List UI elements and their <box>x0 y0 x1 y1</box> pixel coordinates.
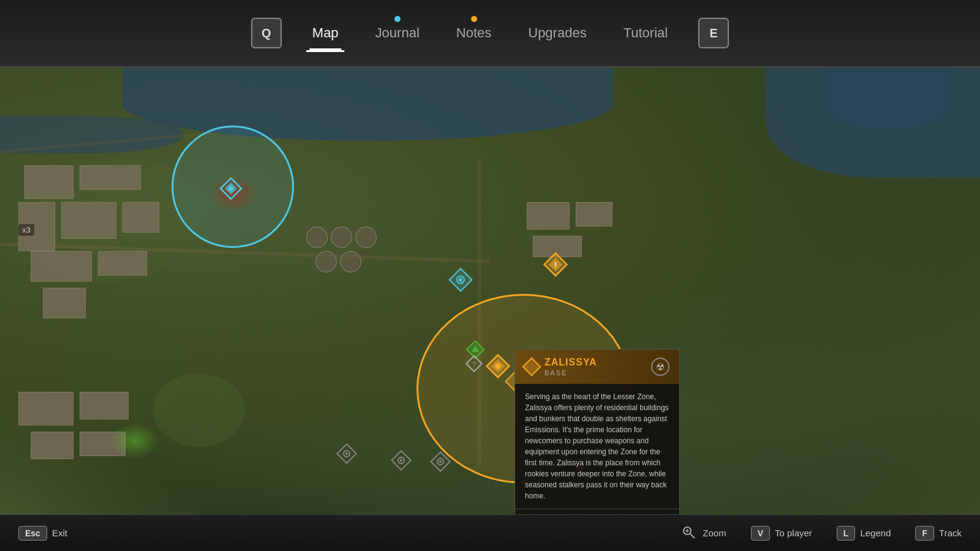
svg-point-26 <box>439 460 442 463</box>
radiation-icon: ☢ <box>651 358 669 376</box>
location-popup: ZALISSYA BASE ☢ Serving as the heart of … <box>514 349 680 514</box>
cyan-location-marker[interactable] <box>447 266 474 293</box>
to-player-button[interactable]: V To player <box>751 526 812 541</box>
counter-badge: x3 <box>18 224 34 236</box>
terrain-3 <box>153 373 245 447</box>
map-area[interactable]: x3 ! <box>0 67 980 514</box>
top-navigation-bar: Q Map Journal Notes Upgrades Tutorial E <box>0 0 980 67</box>
zoom-label: Zoom <box>703 528 726 538</box>
orange-warning-diamond[interactable]: ! <box>542 251 569 278</box>
q-key-button[interactable]: Q <box>251 18 282 48</box>
esc-key[interactable]: Esc <box>18 526 47 541</box>
nav-tabs: Q Map Journal Notes Upgrades Tutorial E <box>239 18 741 48</box>
svg-point-2 <box>228 186 233 191</box>
small-location-2[interactable] <box>390 449 413 472</box>
track-button[interactable]: F Track <box>915 526 962 541</box>
zoom-icon <box>680 525 698 542</box>
v-key[interactable]: V <box>751 526 770 541</box>
popup-header: ZALISSYA BASE ☢ <box>515 350 679 384</box>
building-cluster-tl <box>18 165 165 324</box>
gray-diamond-icon[interactable]: ? <box>464 354 484 373</box>
tab-journal[interactable]: Journal <box>357 19 438 47</box>
exit-button[interactable]: Esc Exit <box>18 526 67 541</box>
svg-line-43 <box>690 534 695 538</box>
svg-point-5 <box>459 278 462 282</box>
track-label: Track <box>939 528 962 538</box>
svg-text:?: ? <box>472 361 476 368</box>
green-glow <box>110 422 159 459</box>
l-key[interactable]: L <box>837 526 856 541</box>
tab-upgrades[interactable]: Upgrades <box>510 19 605 47</box>
bottom-bar: Esc Exit Zoom V To player L Legend F Tra… <box>0 514 980 551</box>
exit-label: Exit <box>52 528 67 538</box>
legend-label: Legend <box>860 528 891 538</box>
svg-point-23 <box>400 459 402 462</box>
map-background: x3 ! <box>0 67 980 514</box>
small-location-1[interactable] <box>335 442 358 465</box>
popup-location-title: ZALISSYA <box>545 357 597 368</box>
f-key[interactable]: F <box>915 526 934 541</box>
to-player-label: To player <box>775 528 812 538</box>
svg-text:!: ! <box>554 261 557 269</box>
water-top-right <box>827 67 949 129</box>
e-key-button[interactable]: E <box>698 18 729 48</box>
water-top <box>123 67 612 141</box>
popup-diamond-icon <box>522 357 541 376</box>
popup-icons-row: ◀ ▶ ? <box>515 509 679 514</box>
svg-point-20 <box>345 452 348 455</box>
small-location-3[interactable] <box>429 450 452 473</box>
tab-tutorial[interactable]: Tutorial <box>605 19 687 47</box>
building-cluster-mr <box>527 202 625 263</box>
zoom-button[interactable]: Zoom <box>680 525 726 542</box>
tab-map[interactable]: Map <box>294 19 357 47</box>
tab-notes[interactable]: Notes <box>438 19 510 47</box>
popup-title-area: ZALISSYA BASE <box>525 357 597 377</box>
svg-point-15 <box>495 363 501 369</box>
industrial-tanks <box>306 227 392 282</box>
legend-button[interactable]: L Legend <box>837 526 891 541</box>
popup-description: Serving as the heart of the Lesser Zone,… <box>515 384 679 509</box>
popup-location-subtitle: BASE <box>545 369 597 377</box>
cyan-diamond-icon[interactable] <box>219 176 243 201</box>
